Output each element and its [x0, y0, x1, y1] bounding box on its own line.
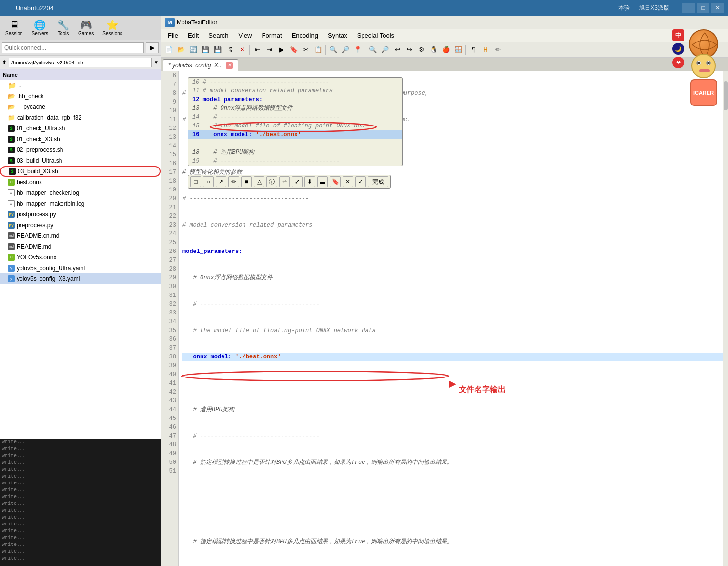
redo-button[interactable]: ↪ [404, 44, 415, 56]
maximize-button[interactable]: □ [697, 3, 709, 13]
tree-item-postprocess[interactable]: py postprocess.py [0, 209, 161, 220]
annotation-toolbar: □ ○ ↗ ✏ ■ △ ⓘ ↩ ⤢ ⬇ ▬ 🔖 ✕ ✓ 完成 [188, 175, 391, 189]
tree-item-best-onnx[interactable]: O best.onnx [0, 177, 161, 188]
tree-item-readme-cn[interactable]: md README.cn.md [0, 231, 161, 241]
ann-triangle-button[interactable]: △ [254, 176, 264, 187]
path-input[interactable] [9, 58, 152, 67]
tree-item-yolov5s-onnx[interactable]: O YOLOv5s.onnx [0, 252, 161, 263]
tree-item-hb-makertbin-log[interactable]: ≡ hb_mapper_makertbin.log [0, 198, 161, 209]
shell-icon-2: $ [8, 136, 15, 143]
tree-name-col: Name [3, 72, 18, 78]
menu-encoding[interactable]: Encoding [287, 31, 323, 40]
open-file-button[interactable]: 📂 [175, 44, 187, 56]
tree-item-01-x3[interactable]: $ 01_check_X3.sh [0, 134, 161, 145]
quick-connect-input[interactable] [2, 42, 144, 53]
scrollbar-thumb[interactable] [724, 81, 728, 110]
highlight-button[interactable]: H [480, 44, 491, 56]
quick-connect-button[interactable]: ▶ [146, 42, 159, 53]
servers-button[interactable]: 🌐 Servers [28, 18, 52, 38]
bookmark-button[interactable]: 🔖 [288, 44, 300, 56]
tree-item-config-ultra[interactable]: y yolov5s_config_Ultra.yaml [0, 263, 161, 273]
tree-item-hb-checker-log[interactable]: ≡ hb_mapper_checker.log [0, 188, 161, 198]
cut-button[interactable]: ✂ [300, 44, 312, 56]
menu-syntax[interactable]: Syntax [323, 31, 352, 40]
wordwrap-button[interactable]: ¶ [467, 44, 479, 56]
tree-item-02-preprocess[interactable]: $ 02_preprocess.sh [0, 145, 161, 155]
run-button[interactable]: ▶ [276, 44, 287, 56]
code-line-17 [182, 379, 724, 388]
vertical-scrollbar[interactable] [723, 71, 728, 566]
editor-area[interactable]: 6 7 8 9 10 11 12 13 14 15 16 17 18 19 20… [161, 71, 728, 566]
sessions-button[interactable]: ⭐ Sessions [99, 18, 126, 38]
delete-button[interactable]: ✕ [236, 44, 248, 56]
shell-icon-5: $ [9, 168, 16, 175]
active-tab[interactable]: * yolov5s_config_X... ✕ [163, 59, 238, 71]
reload-button[interactable]: 🔄 [187, 44, 199, 56]
minimize-button[interactable]: — [682, 3, 695, 13]
find-prev-button[interactable]: 🔎 [340, 44, 351, 56]
ann-arrow-button[interactable]: ↗ [216, 176, 226, 187]
tree-item-hb-check[interactable]: 📂 .hb_check [0, 91, 161, 102]
zoom-in-button[interactable]: 🔍 [367, 44, 379, 56]
copy-button[interactable]: 📋 [312, 44, 324, 56]
ann-minus-button[interactable]: ▬ [317, 176, 328, 187]
ann-pen-button[interactable]: ✏ [228, 176, 239, 187]
undo-button[interactable]: ↩ [391, 44, 403, 56]
tree-item-preprocess[interactable]: py preprocess.py [0, 220, 161, 231]
tree-item-parent[interactable]: 📁 .. [0, 80, 161, 91]
md-icon-2: md [8, 243, 15, 250]
ann-resize-button[interactable]: ⤢ [292, 176, 303, 187]
annotate-button[interactable]: ✏ [492, 44, 504, 56]
menu-view[interactable]: View [234, 31, 257, 40]
quick-connect-bar: ▶ [0, 40, 161, 56]
dropdown-icon[interactable]: ▼ [154, 60, 159, 65]
new-file-button[interactable]: 📄 [163, 44, 175, 56]
close-button[interactable]: ✕ [711, 3, 724, 13]
tree-item-01-ultra[interactable]: $ 01_check_Ultra.sh [0, 123, 161, 134]
popup-line-12: 12 model_parameters: [188, 95, 402, 104]
print-button[interactable]: 🖨 [224, 44, 236, 56]
ann-bookmark-button[interactable]: 🔖 [330, 176, 341, 187]
settings-button[interactable]: ⚙ [416, 44, 427, 56]
tree-item-config-x3[interactable]: y yolov5s_config_X3.yaml [0, 273, 161, 284]
path-bar: ⬆ ▼ [0, 56, 161, 69]
linux-button[interactable]: 🐧 [428, 44, 440, 56]
py-icon-1: py [8, 211, 15, 218]
ann-fill-rect-button[interactable]: ■ [241, 176, 252, 187]
editor-toolbar: 📄 📂 🔄 💾 💾 🖨 ✕ ⇤ ⇥ ▶ 🔖 ✂ 📋 🔍 🔎 📍 🔍 [161, 42, 728, 58]
ann-download-button[interactable]: ⬇ [304, 176, 315, 187]
apple-button[interactable]: 🍎 [440, 44, 452, 56]
ann-check-button[interactable]: ✓ [355, 176, 366, 187]
code-line-11: # model conversion related parameters [182, 221, 724, 230]
ann-info-button[interactable]: ⓘ [266, 176, 277, 187]
menu-special-tools[interactable]: Special Tools [352, 31, 399, 40]
goto-button[interactable]: 📍 [352, 44, 364, 56]
menu-search[interactable]: Search [203, 31, 233, 40]
outdent-button[interactable]: ⇥ [263, 44, 275, 56]
ann-undo-button[interactable]: ↩ [279, 176, 290, 187]
tools-button[interactable]: 🔧 Tools [54, 18, 73, 38]
menu-edit[interactable]: Edit [183, 31, 203, 40]
ann-circle-button[interactable]: ○ [203, 176, 214, 187]
zoom-out-button[interactable]: 🔎 [379, 44, 391, 56]
tree-item-03-ultra[interactable]: $ 03_build_Ultra.sh [0, 155, 161, 166]
tab-close-button[interactable]: ✕ [226, 62, 233, 69]
file-tree[interactable]: 📁 .. 📂 .hb_check 📂 __pycache__ 📁 calibra… [0, 80, 161, 439]
save-button[interactable]: 💾 [200, 44, 211, 56]
menu-file[interactable]: File [163, 31, 183, 40]
tree-item-03-x3[interactable]: $ 03_build_X3.sh [0, 166, 161, 177]
games-button[interactable]: 🎮 Games [75, 18, 97, 38]
ann-close-button[interactable]: ✕ [343, 176, 353, 187]
ann-confirm-button[interactable]: 完成 [368, 176, 388, 187]
parent-dir-icon: 📁 [8, 82, 16, 89]
save-as-button[interactable]: 💾 [212, 44, 223, 56]
windows-button[interactable]: 🪟 [452, 44, 464, 56]
tree-item-calibration[interactable]: 📁 calibration_data_rgb_f32 [0, 112, 161, 123]
indent-button[interactable]: ⇤ [251, 44, 263, 56]
menu-format[interactable]: Format [257, 31, 287, 40]
find-button[interactable]: 🔍 [327, 44, 339, 56]
session-button[interactable]: 🖥 Session [2, 18, 26, 38]
tree-item-pycache[interactable]: 📂 __pycache__ [0, 102, 161, 112]
tree-item-readme[interactable]: md README.md [0, 241, 161, 252]
ann-rect-button[interactable]: □ [190, 176, 201, 187]
